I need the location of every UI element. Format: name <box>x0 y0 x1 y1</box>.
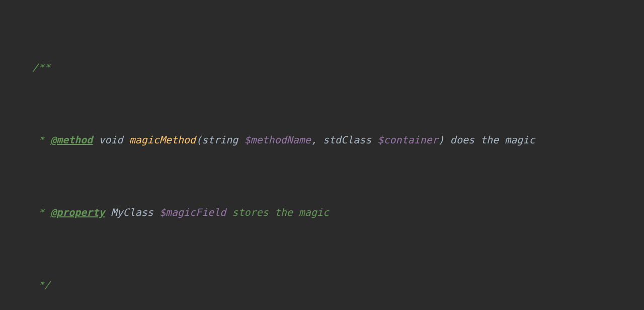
doc-method-name: magicMethod <box>129 134 196 146</box>
docblock-close: */ <box>32 279 50 291</box>
doc-property-name: $magicField <box>159 206 226 218</box>
code-line: /** <box>12 58 644 76</box>
code-line: */ <box>12 276 644 294</box>
doc-tag-method: @method <box>50 134 93 146</box>
code-line: * @property MyClass $magicField stores t… <box>12 203 644 221</box>
doc-tag-property: @property <box>50 206 105 218</box>
docblock-open: /** <box>32 61 50 73</box>
code-editor[interactable]: /** * @method void magicMethod(string $m… <box>0 0 644 310</box>
doc-param: $methodName <box>244 134 310 146</box>
code-line: * @method void magicMethod(string $metho… <box>12 131 644 149</box>
doc-param: $container <box>377 134 438 146</box>
